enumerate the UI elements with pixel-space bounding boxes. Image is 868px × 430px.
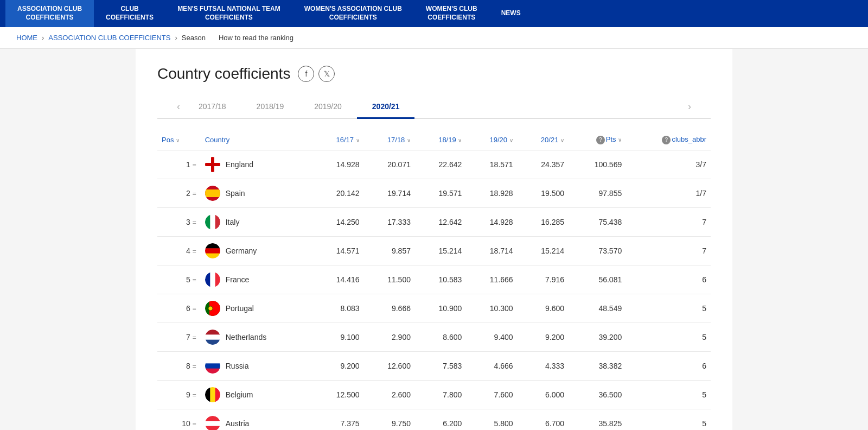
season-next-arrow[interactable]: › bbox=[685, 96, 694, 118]
cell-y1920: 5.800 bbox=[466, 409, 517, 430]
cell-y1819: 12.642 bbox=[415, 207, 466, 236]
season-tab-2017[interactable]: 2017/18 bbox=[183, 96, 241, 119]
nav-item-news[interactable]: NEWS bbox=[489, 0, 533, 27]
nav-item-womens-assoc[interactable]: WOMEN'S ASSOCIATION CLUB COEFFICIENTS bbox=[292, 0, 414, 27]
cell-y2021: 16.285 bbox=[518, 207, 569, 236]
country-name: Italy bbox=[226, 218, 240, 226]
col-header-y1819[interactable]: 18/19 ∨ bbox=[415, 130, 466, 150]
sort-icon-pts: ∨ bbox=[618, 137, 622, 143]
cell-y1920: 18.928 bbox=[466, 179, 517, 207]
cell-y1819: 22.642 bbox=[415, 150, 466, 179]
col-header-y1920[interactable]: 19/20 ∨ bbox=[466, 130, 517, 150]
col-header-y1617[interactable]: 16/17 ∨ bbox=[312, 130, 363, 150]
cell-pos: 3 = bbox=[157, 207, 201, 236]
cell-y1718: 9.750 bbox=[364, 409, 415, 430]
cell-pts: 56.081 bbox=[569, 265, 626, 294]
svg-rect-16 bbox=[205, 272, 210, 287]
cell-pos: 6 = bbox=[157, 294, 201, 322]
pos-eq: = bbox=[193, 334, 196, 342]
cell-country: Portugal bbox=[201, 294, 313, 322]
country-name: Portugal bbox=[226, 304, 254, 313]
svg-rect-25 bbox=[205, 334, 220, 340]
cell-y2021: 6.000 bbox=[518, 380, 569, 409]
pos-eq: = bbox=[193, 363, 196, 370]
cell-y1718: 9.666 bbox=[364, 294, 415, 322]
cell-country: Netherlands bbox=[201, 322, 313, 351]
season-tab-2019[interactable]: 2019/20 bbox=[299, 96, 357, 119]
col-header-y1718[interactable]: 17/18 ∨ bbox=[364, 130, 415, 150]
cell-clubs: 1/7 bbox=[626, 179, 711, 207]
facebook-share-button[interactable]: f bbox=[298, 66, 314, 82]
twitter-share-button[interactable]: 𝕏 bbox=[318, 66, 335, 82]
cell-y2021: 15.214 bbox=[518, 236, 569, 265]
country-name: Germany bbox=[226, 246, 257, 255]
page-title-row: Country coefficients f 𝕏 bbox=[157, 65, 711, 83]
breadcrumb-section[interactable]: ASSOCIATION CLUB COEFFICIENTS bbox=[48, 34, 170, 42]
pos-eq: = bbox=[193, 161, 196, 169]
nav-item-womens-club[interactable]: WOMEN'S CLUB COEFFICIENTS bbox=[414, 0, 489, 27]
svg-rect-34 bbox=[215, 387, 220, 402]
cell-y1819: 8.600 bbox=[415, 322, 466, 351]
help-icon-pts[interactable]: ? bbox=[596, 136, 605, 144]
cell-y1819: 7.583 bbox=[415, 351, 466, 380]
flag-belgium bbox=[205, 387, 220, 402]
cell-pos: 2 = bbox=[157, 179, 201, 207]
cell-pos: 10 = bbox=[157, 409, 201, 430]
cell-y1617: 7.375 bbox=[312, 409, 363, 430]
cell-y2021: 9.200 bbox=[518, 322, 569, 351]
cell-pts: 100.569 bbox=[569, 150, 626, 179]
svg-rect-13 bbox=[205, 248, 220, 254]
nav-item-assoc-club[interactable]: ASSOCIATION CLUB COEFFICIENTS bbox=[5, 0, 94, 27]
sort-icon-y2021: ∨ bbox=[560, 137, 564, 143]
svg-rect-28 bbox=[205, 358, 220, 364]
nav-item-club-coeff[interactable]: CLUB COEFFICIENTS bbox=[94, 0, 165, 27]
cell-country: Germany bbox=[201, 236, 313, 265]
sort-icon-pos: ∨ bbox=[176, 137, 180, 143]
season-tab-2020[interactable]: 2020/21 bbox=[357, 96, 415, 119]
col-header-pts[interactable]: ?Pts ∨ bbox=[569, 130, 626, 150]
col-header-country: Country bbox=[201, 130, 313, 150]
breadcrumb: HOME › ASSOCIATION CLUB COEFFICIENTS › S… bbox=[0, 27, 868, 49]
flag-england bbox=[205, 157, 220, 172]
flag-spain bbox=[205, 186, 220, 201]
cell-country: Belgium bbox=[201, 380, 313, 409]
country-name: Russia bbox=[226, 362, 249, 370]
flag-russia bbox=[205, 358, 220, 374]
page-title: Country coefficients bbox=[157, 65, 290, 83]
cell-pts: 48.549 bbox=[569, 294, 626, 322]
svg-rect-30 bbox=[205, 368, 220, 373]
season-prev-arrow[interactable]: ‹ bbox=[174, 96, 183, 118]
country-name: Spain bbox=[226, 189, 245, 198]
col-header-y2021[interactable]: 20/21 ∨ bbox=[518, 130, 569, 150]
table-row: 9 =Belgium12.5002.6007.8007.6006.00036.5… bbox=[157, 380, 711, 409]
table-row: 8 =Russia9.20012.6007.5834.6664.33338.38… bbox=[157, 351, 711, 380]
svg-rect-26 bbox=[205, 339, 220, 344]
col-header-pos[interactable]: Pos ∨ bbox=[157, 130, 201, 150]
nav-item-mens-futsal[interactable]: MEN'S FUTSAL NATIONAL TEAM COEFFICIENTS bbox=[165, 0, 292, 27]
breadcrumb-howto[interactable]: How to read the ranking bbox=[219, 34, 293, 42]
cell-clubs: 5 bbox=[626, 322, 711, 351]
cell-y1718: 11.500 bbox=[364, 265, 415, 294]
country-name: Belgium bbox=[226, 390, 253, 399]
cell-pts: 35.825 bbox=[569, 409, 626, 430]
country-name: Austria bbox=[226, 419, 250, 428]
social-icons: f 𝕏 bbox=[298, 66, 335, 82]
cell-clubs: 5 bbox=[626, 409, 711, 430]
breadcrumb-home[interactable]: HOME bbox=[16, 34, 37, 42]
cell-y1718: 2.900 bbox=[364, 322, 415, 351]
svg-rect-38 bbox=[205, 426, 220, 430]
sort-icon-y1617: ∨ bbox=[356, 137, 360, 143]
flag-germany bbox=[205, 243, 220, 258]
cell-y1617: 20.142 bbox=[312, 179, 363, 207]
season-tab-2018[interactable]: 2018/19 bbox=[241, 96, 299, 119]
svg-rect-10 bbox=[215, 214, 220, 230]
svg-rect-24 bbox=[205, 330, 220, 335]
country-name: France bbox=[226, 275, 250, 284]
pos-eq: = bbox=[193, 190, 196, 198]
table-row: 7 =Netherlands9.1002.9008.6009.4009.2003… bbox=[157, 322, 711, 351]
cell-y1819: 19.571 bbox=[415, 179, 466, 207]
cell-country: Italy bbox=[201, 207, 313, 236]
help-icon-clubs[interactable]: ? bbox=[662, 136, 671, 144]
cell-y2021: 9.600 bbox=[518, 294, 569, 322]
table-row: 5 =France14.41611.50010.58311.6667.91656… bbox=[157, 265, 711, 294]
